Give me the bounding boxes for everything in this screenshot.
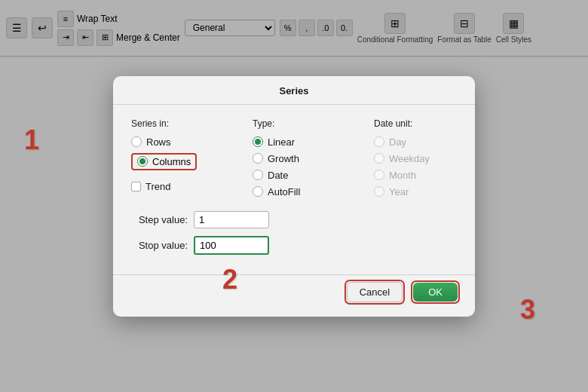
step-value-row: Step value: — [131, 211, 457, 228]
trend-label: Trend — [145, 181, 170, 192]
day-label: Day — [389, 136, 406, 148]
autofill-label: AutoFill — [268, 186, 300, 198]
month-label: Month — [389, 170, 416, 181]
linear-label: Linear — [268, 136, 295, 148]
month-radio-outer — [374, 170, 384, 180]
autofill-radio[interactable]: AutoFill — [253, 186, 335, 198]
date-label: Date — [268, 170, 288, 181]
day-radio-outer — [374, 136, 384, 147]
autofill-radio-outer — [253, 186, 263, 197]
dialog-title: Series — [113, 76, 475, 105]
year-radio-outer — [374, 186, 384, 197]
dialog-columns: Series in: Rows Columns — [131, 118, 457, 198]
columns-radio-highlight: Columns — [131, 153, 197, 170]
month-radio[interactable]: Month — [374, 170, 457, 181]
step-value-input[interactable] — [194, 211, 269, 228]
growth-radio[interactable]: Growth — [253, 153, 335, 164]
values-section: Step value: Stop value: — [131, 211, 457, 255]
rows-radio-outer — [131, 136, 142, 147]
linear-radio-outer — [253, 136, 263, 147]
weekday-radio-outer — [374, 153, 384, 164]
linear-radio[interactable]: Linear — [253, 136, 335, 148]
date-unit-radio-group: Day Weekday Month Year — [374, 136, 457, 198]
weekday-label: Weekday — [389, 153, 430, 164]
stop-value-label: Stop value: — [131, 240, 188, 251]
type-radio-group: Linear Growth Date AutoFill — [253, 136, 335, 198]
ok-button-wrapper: OK — [411, 280, 460, 304]
stop-value-row: Stop value: — [131, 236, 457, 255]
type-column: Type: Linear Growth — [253, 118, 335, 198]
series-in-column: Series in: Rows Columns — [131, 118, 214, 198]
day-radio[interactable]: Day — [374, 136, 457, 148]
linear-radio-inner — [255, 139, 261, 145]
year-label: Year — [389, 186, 409, 198]
columns-radio-outer — [137, 156, 148, 167]
weekday-radio[interactable]: Weekday — [374, 153, 457, 164]
ok-button[interactable]: OK — [413, 283, 458, 302]
cancel-button-wrapper: Cancel — [345, 280, 405, 305]
rows-radio[interactable]: Rows — [131, 136, 214, 148]
year-radio[interactable]: Year — [374, 186, 457, 198]
trend-checkbox[interactable]: Trend — [131, 181, 214, 192]
columns-label[interactable]: Columns — [152, 156, 191, 167]
date-unit-column: Date unit: Day Weekday Month — [374, 118, 457, 198]
trend-checkbox-box — [131, 182, 141, 191]
dialog-footer: Cancel OK — [113, 275, 475, 305]
date-radio[interactable]: Date — [253, 170, 335, 181]
series-in-radio-group: Rows Columns — [131, 136, 214, 170]
stop-value-input[interactable] — [194, 236, 269, 255]
growth-radio-outer — [253, 153, 263, 164]
columns-radio-inner — [139, 158, 145, 164]
type-label: Type: — [253, 118, 335, 129]
step-value-label: Step value: — [131, 214, 188, 225]
growth-label: Growth — [268, 153, 299, 164]
cancel-button[interactable]: Cancel — [347, 282, 403, 302]
date-unit-label: Date unit: — [374, 118, 457, 129]
rows-label: Rows — [146, 136, 171, 148]
modal-overlay: Series Series in: Rows — [0, 0, 588, 392]
series-dialog: Series Series in: Rows — [113, 76, 475, 317]
dialog-body: Series in: Rows Columns — [113, 105, 475, 264]
date-radio-outer — [253, 170, 263, 180]
series-in-label: Series in: — [131, 118, 214, 129]
